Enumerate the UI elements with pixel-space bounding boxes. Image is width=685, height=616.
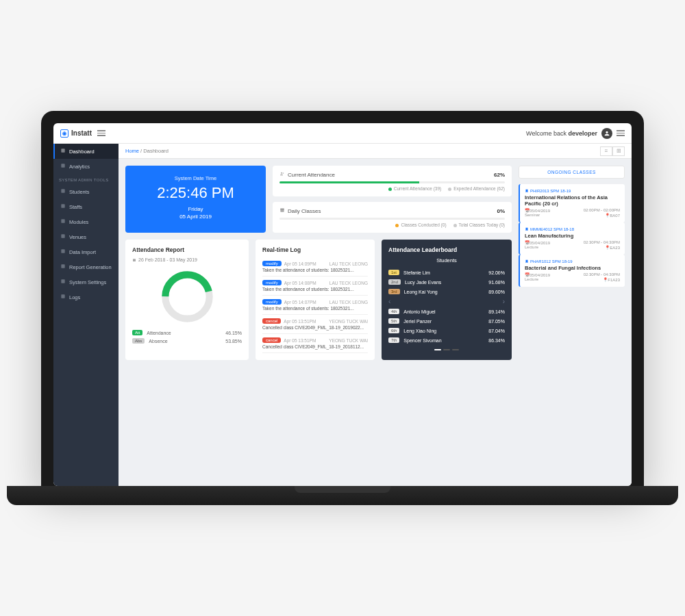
sidebar-item-modules[interactable]: Modules — [53, 214, 119, 229]
settings-toggle-icon[interactable] — [616, 130, 625, 136]
log-body: Cancelled class CIVE2049_FML_18-19_20190… — [262, 325, 368, 330]
leaderboard-row: 4th Antonio Miguel 89.14% — [388, 307, 505, 316]
log-item[interactable]: modifyApr 05 14:08PMLAU TECK LEONG Taken… — [262, 277, 368, 296]
log-badge: modify — [262, 261, 282, 266]
student-name: Antonio Miguel — [403, 309, 484, 314]
sidebar-item-system settings[interactable]: System Settings — [53, 274, 119, 290]
student-pct: 87.04% — [488, 329, 505, 333]
log-time: Apr 05 14:07PM — [284, 300, 316, 305]
sidebar-item-analytics[interactable]: Analytics — [53, 159, 119, 174]
sidebar-item-label: Venues — [69, 234, 86, 240]
sidebar-item-students[interactable]: Students — [53, 184, 119, 199]
class-date: 📅05/04/2019 — [525, 272, 550, 277]
bookmark-icon — [525, 227, 529, 231]
clock-card: System Date Time 2:25:46 PM Friday 05 Ap… — [125, 166, 266, 233]
class-time: 02:30PM - 04:30PM — [584, 240, 620, 245]
class-card[interactable]: PHAR1012 SPM 18-19 Bacterial and Fungal … — [519, 255, 625, 287]
leaderboard-row: 2nd Lucy Jade Evans 91.68% — [388, 277, 505, 287]
brand-name: Instatt — [71, 129, 92, 137]
svg-rect-6 — [61, 249, 64, 253]
sidebar-item-label: Dashboard — [69, 149, 95, 155]
rank-badge: 4th — [388, 309, 399, 314]
settings-icon — [60, 279, 66, 285]
svg-rect-9 — [61, 294, 64, 298]
sidebar-item-venues[interactable]: Venues — [53, 229, 119, 244]
menu-toggle-icon[interactable] — [97, 130, 105, 136]
sidebar-item-label: Modules — [69, 219, 88, 225]
class-type: Seminar — [525, 213, 540, 218]
sidebar-item-data import[interactable]: Data Import — [53, 244, 119, 259]
log-body: Cancelled class CIVE2049_FML_18-19_20181… — [262, 344, 368, 349]
svg-rect-3 — [61, 204, 64, 207]
bookmark-icon — [525, 189, 529, 193]
leaderboard-row: 5th Jeriel Panzer 87.05% — [388, 316, 505, 326]
student-pct: 91.68% — [488, 280, 505, 285]
svg-rect-8 — [61, 279, 64, 283]
sidebar-item-label: System Settings — [69, 279, 106, 285]
class-date: 📅05/04/2019 — [525, 240, 550, 245]
sidebar-item-dashboard[interactable]: Dashboard — [53, 144, 119, 159]
sidebar-item-logs[interactable]: Logs — [53, 290, 119, 305]
log-time: Apr 05 13:51PM — [284, 319, 316, 324]
log-time: Apr 05 14:09PM — [284, 261, 316, 266]
rank-badge: 3rd — [388, 289, 400, 294]
class-title: International Relations of the Asia Paci… — [525, 194, 620, 207]
calendar-icon — [132, 258, 136, 262]
rank-badge: 6th — [388, 328, 399, 333]
breadcrumb-home[interactable]: Home — [125, 148, 139, 154]
sidebar-item-label: Logs — [69, 294, 80, 300]
student-pct: 89.14% — [488, 309, 505, 314]
svg-rect-14 — [133, 259, 136, 261]
log-time: Apr 05 14:08PM — [284, 281, 316, 285]
sidebar-item-report generation[interactable]: Report Generation — [53, 259, 119, 274]
log-user: LAU TECK LEONG — [329, 261, 368, 266]
logs-icon — [60, 294, 66, 300]
class-code: PHIR2013 SPM 18-19 — [525, 189, 620, 193]
student-name: Lucy Jade Evans — [405, 280, 484, 285]
class-code: PHAR1012 SPM 18-19 — [525, 259, 620, 264]
view-grid-icon[interactable]: ⊞ — [612, 146, 625, 156]
avatar-icon[interactable] — [601, 128, 612, 139]
class-room: 📍F1A23 — [603, 277, 620, 282]
sidebar-item-label: Students — [69, 189, 90, 195]
clock-label: System Date Time — [132, 175, 259, 181]
chevron-left-icon[interactable]: ‹ — [388, 298, 390, 305]
bookmark-icon — [525, 259, 529, 264]
log-badge: cancel — [262, 337, 281, 343]
log-item[interactable]: cancelApr 05 13:51PMYEONG TUCK WAI Cance… — [262, 315, 368, 334]
svg-rect-2 — [61, 189, 64, 192]
class-type: Lecture — [525, 277, 538, 282]
svg-rect-1 — [61, 164, 64, 167]
pagination-dots[interactable] — [388, 349, 505, 350]
sidebar-item-staffs[interactable]: Staffs — [53, 199, 119, 214]
svg-rect-7 — [61, 264, 64, 268]
leaderboard-row: 6th Leng Xiao Ning 87.04% — [388, 326, 505, 335]
class-card[interactable]: PHIR2013 SPM 18-19 International Relatio… — [519, 184, 625, 222]
staffs-icon — [60, 203, 66, 210]
log-item[interactable]: cancelApr 05 13:51PMYEONG TUCK WAI Cance… — [262, 334, 368, 353]
log-item[interactable]: modifyApr 05 14:07PMLAU TECK LEONG Taken… — [262, 296, 368, 315]
class-room: 📍BA07 — [605, 213, 620, 218]
student-pct: 87.05% — [488, 319, 505, 324]
venues-icon — [60, 233, 66, 240]
view-list-icon[interactable]: ≡ — [600, 146, 612, 156]
date-range[interactable]: 26 Feb 2018 - 03 May 2019 — [132, 257, 242, 262]
logo[interactable]: ◉ Instatt — [60, 129, 92, 138]
abs-tag: Abs — [132, 338, 145, 344]
class-date: 📅05/04/2019 — [525, 208, 550, 213]
log-item[interactable]: modifyApr 05 14:09PMLAU TECK LEONG Taken… — [262, 257, 368, 277]
class-time: 02:00PM - 02:00PM — [584, 208, 620, 213]
class-card[interactable]: MMME4012 SPM 18-18 Lean Manufacturing 📅0… — [519, 222, 625, 255]
student-name: Jeriel Panzer — [403, 319, 484, 324]
calendar-icon — [279, 207, 285, 213]
sidebar-section-label: SYSTEM ADMIN TOOLS — [53, 174, 119, 184]
leaderboard-row: 7th Spencer Sivoman 86.34% — [388, 335, 505, 345]
chevron-right-icon[interactable]: › — [503, 298, 505, 305]
class-code: MMME4012 SPM 18-18 — [525, 227, 620, 231]
log-user: LAU TECK LEONG — [329, 300, 368, 305]
modules-icon — [60, 218, 66, 225]
student-name: Stefanie Lim — [403, 270, 484, 275]
sidebar: DashboardAnalytics SYSTEM ADMIN TOOLS St… — [53, 144, 119, 486]
attendance-bar — [279, 181, 419, 183]
leaderboard-row: 3rd Leong Kai Yong 89.60% — [388, 287, 505, 296]
